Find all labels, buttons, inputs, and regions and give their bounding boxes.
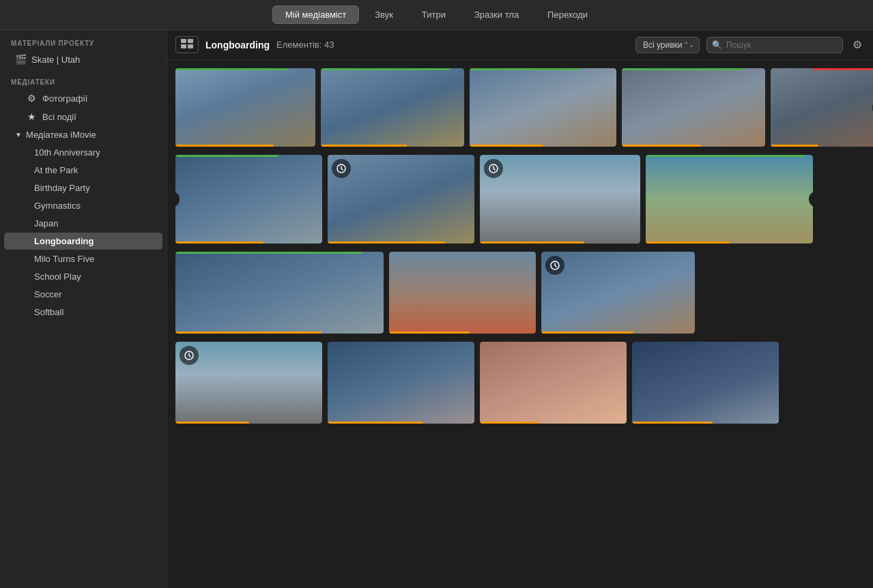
clip-thumbnail[interactable]	[175, 342, 322, 424]
progress-bar-orange	[175, 241, 263, 244]
nav-btn-звук[interactable]: Звук	[362, 5, 406, 24]
sidebar-item-at-the-park[interactable]: At the Park	[4, 162, 162, 179]
search-wrap: 🔍	[706, 37, 843, 53]
progress-bar-green	[470, 68, 579, 70]
svg-rect-1	[188, 39, 193, 43]
progress-bar-orange	[328, 422, 423, 424]
clip-thumbnail[interactable]	[646, 155, 813, 244]
video-grid	[167, 60, 873, 588]
clip-thumbnail[interactable]	[175, 68, 315, 147]
project-section-title: МАТЕРІАЛИ ПРОЕКТУ	[0, 30, 167, 50]
progress-bar-orange	[622, 145, 701, 147]
chevron-down-icon: ▼	[15, 131, 22, 138]
progress-bar-orange	[646, 241, 730, 244]
progress-bar-orange	[480, 241, 584, 244]
clip-thumbnail[interactable]	[328, 155, 474, 244]
sidebar-item-gymnastics[interactable]: Gymnastics	[4, 197, 162, 214]
clip-badge-icon	[545, 256, 564, 275]
progress-bar-orange	[328, 241, 445, 244]
search-icon: 🔍	[712, 40, 722, 50]
progress-bar-green	[622, 68, 744, 70]
star-icon: ★	[26, 111, 37, 122]
clip-thumbnail[interactable]	[541, 252, 695, 334]
content-panel: Longboarding Елементів: 43 Всі уривки Ви…	[167, 30, 873, 588]
progress-bar-orange	[632, 422, 713, 424]
progress-bar-orange	[480, 422, 539, 424]
settings-button[interactable]: ⚙	[850, 35, 865, 54]
progress-bar-green	[321, 68, 450, 70]
clip-thumbnail[interactable]	[321, 68, 464, 147]
nav-btn-титри[interactable]: Титри	[409, 5, 459, 24]
sidebar-item-skate-utah[interactable]: 🎬 Skate | Utah	[4, 50, 162, 68]
clip-thumbnail[interactable]	[622, 68, 765, 147]
content-title: Longboarding	[205, 40, 270, 50]
progress-bar-red	[813, 68, 873, 70]
clip-row	[175, 252, 865, 334]
svg-rect-3	[188, 44, 193, 48]
progress-bar-orange	[321, 145, 407, 147]
clip-thumbnail[interactable]	[480, 155, 640, 244]
clip-badge-icon	[484, 159, 503, 178]
progress-bar-orange	[175, 422, 249, 424]
clip-badge-icon	[180, 346, 199, 365]
imovie-library-group[interactable]: ▼ Медіатека iMovie	[4, 126, 162, 143]
film-icon: 🎬	[15, 54, 26, 65]
sidebar-item-birthday-party[interactable]: Birthday Party	[4, 179, 162, 196]
sidebar-item-photos[interactable]: ⚙ Фотографії	[4, 89, 162, 107]
clip-thumbnail[interactable]	[771, 68, 873, 147]
nav-btn-переходи[interactable]: Переходи	[534, 5, 601, 24]
clip-row	[175, 155, 865, 244]
clip-thumbnail[interactable]	[632, 342, 779, 424]
clip-row	[175, 342, 865, 424]
clip-thumbnail[interactable]	[480, 342, 627, 424]
svg-rect-2	[181, 44, 186, 48]
progress-bar-orange	[771, 145, 818, 147]
progress-bar-green	[175, 68, 287, 70]
progress-bar-orange	[175, 332, 321, 334]
filter-select[interactable]: Всі уривки Вибрані Не оцінені	[635, 37, 700, 53]
progress-bar-orange	[541, 332, 633, 334]
progress-bar-green	[175, 155, 278, 157]
progress-bar-orange	[470, 145, 543, 147]
clip-thumbnail[interactable]	[389, 252, 536, 334]
progress-bar-orange	[389, 332, 470, 334]
content-count: Елементів: 43	[276, 40, 334, 50]
clip-row	[175, 68, 865, 147]
sidebar-item-school-play[interactable]: School Play	[4, 268, 162, 285]
sidebar-item-all-events[interactable]: ★ Всі події	[4, 108, 162, 126]
main-area: МАТЕРІАЛИ ПРОЕКТУ 🎬 Skate | Utah МЕДІАТЕ…	[0, 30, 873, 588]
sidebar-item-softball[interactable]: Softball	[4, 304, 162, 321]
clip-thumbnail[interactable]	[175, 252, 384, 334]
clip-thumbnail[interactable]	[470, 68, 616, 147]
progress-bar-green	[175, 252, 363, 254]
sidebar-item-japan[interactable]: Japan	[4, 215, 162, 232]
grid-view-button[interactable]	[175, 36, 199, 53]
sidebar: МАТЕРІАЛИ ПРОЕКТУ 🎬 Skate | Utah МЕДІАТЕ…	[0, 30, 167, 588]
search-input[interactable]	[706, 37, 843, 53]
clip-thumbnail[interactable]	[175, 155, 322, 244]
libraries-section-title: МЕДІАТЕКИ	[0, 69, 167, 89]
nav-btn-мій-медіавміст[interactable]: Мій медіавміст	[272, 5, 359, 24]
clip-badge-icon	[332, 159, 351, 178]
top-nav-bar: Мій медіавмістЗвукТитриЗразки тлаПереход…	[0, 0, 873, 30]
nav-btn-зразки-тла[interactable]: Зразки тла	[461, 5, 532, 24]
sidebar-item-soccer[interactable]: Soccer	[4, 286, 162, 303]
progress-bar-orange	[175, 145, 274, 147]
sidebar-item-milo-turns-five[interactable]: Milo Turns Five	[4, 250, 162, 267]
photos-icon: ⚙	[26, 93, 37, 104]
clip-thumbnail[interactable]	[328, 342, 474, 424]
progress-bar-green	[646, 155, 805, 157]
svg-rect-0	[181, 39, 186, 43]
content-toolbar: Longboarding Елементів: 43 Всі уривки Ви…	[167, 30, 873, 60]
sidebar-item-10th-anniversary[interactable]: 10th Anniversary	[4, 144, 162, 161]
sidebar-item-longboarding[interactable]: Longboarding	[4, 233, 162, 250]
